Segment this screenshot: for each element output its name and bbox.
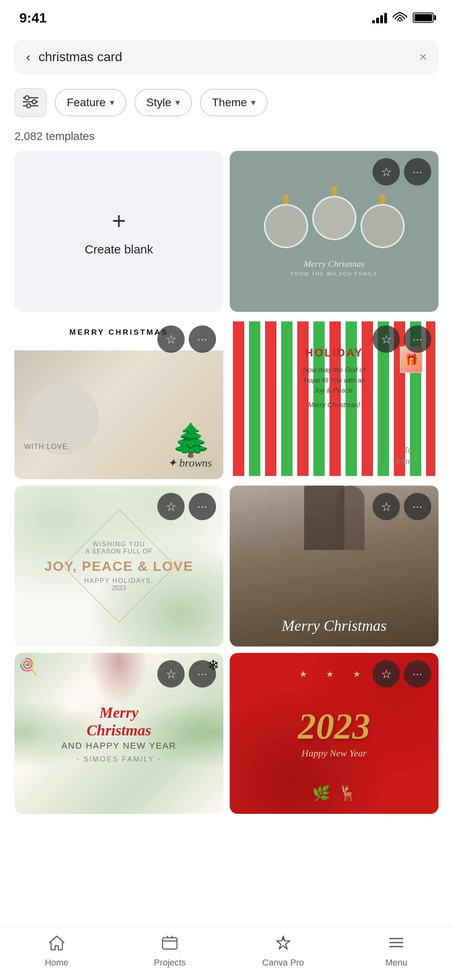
nav-label-home: Home [45, 957, 68, 968]
star-button-ornaments[interactable]: ☆ [373, 158, 400, 185]
create-blank-plus-icon: + [112, 207, 126, 235]
search-input[interactable]: christmas card [39, 49, 412, 64]
holiday-to: To: [404, 446, 414, 455]
more-button-ornaments[interactable]: ··· [404, 158, 431, 185]
status-time: 9:41 [19, 10, 47, 26]
ornament-3 [360, 204, 405, 248]
nav-item-menu[interactable]: Menu [372, 935, 420, 968]
template-card-family[interactable]: MERRY CHRISTMAS 🌲 WITH LOVE, ✦ browns ☆ … [14, 318, 223, 479]
template-overlay-couple: ☆ ··· [373, 493, 431, 520]
candy-cane-icon: 🍭 [19, 657, 39, 676]
template-card-holiday[interactable]: HOLIDAY Now may the God of Hope fill You… [230, 318, 439, 479]
more-icon-botanical: ··· [198, 668, 208, 680]
template-card-floral[interactable]: WISHING YOU A SEASON FULL OF JOY, PEACE … [14, 486, 223, 646]
2023-decorations: 🌿 🦌 [230, 785, 439, 802]
star-icon-botanical: ☆ [166, 667, 177, 681]
christmas-tree-icon: 🌲 [171, 421, 211, 459]
template-overlay-family: ☆ ··· [157, 325, 216, 353]
search-back-button[interactable]: ‹ [26, 49, 31, 64]
wifi-icon [393, 11, 407, 25]
projects-icon [161, 935, 179, 954]
svg-rect-6 [163, 938, 177, 949]
chevron-down-icon-style: ▾ [175, 97, 180, 108]
star-icon-couple: ☆ [381, 500, 392, 514]
more-button-floral[interactable]: ··· [189, 493, 216, 520]
more-icon-holiday: ··· [413, 333, 423, 346]
ornaments-text: Merry Christmas [304, 259, 364, 269]
star-button-family[interactable]: ☆ [157, 325, 185, 353]
search-bar[interactable]: ‹ christmas card × [14, 40, 439, 74]
signal-bars-icon [372, 12, 387, 23]
search-clear-button[interactable]: × [419, 49, 427, 64]
filter-chip-theme[interactable]: Theme ▾ [200, 89, 268, 116]
nav-item-projects[interactable]: Projects [146, 935, 194, 968]
family-love-text: WITH LOVE, [24, 443, 70, 451]
nav-label-projects: Projects [154, 957, 186, 968]
ornament-1 [264, 204, 308, 248]
nav-label-canva-pro: Canva Pro [262, 957, 304, 968]
botanical-christmas: Christmas [62, 721, 177, 739]
floral-year: 2023 [44, 585, 193, 592]
chevron-down-icon-theme: ▾ [251, 97, 255, 108]
botanical-merry: Merry [62, 704, 177, 721]
battery-icon [413, 12, 434, 23]
create-blank-card[interactable]: + Create blank [14, 151, 223, 312]
status-icons [372, 11, 434, 25]
status-bar: 9:41 [0, 0, 453, 32]
filter-row: Feature ▾ Style ▾ Theme ▾ [0, 82, 453, 124]
2023-year: 2023 [298, 708, 371, 745]
nav-item-canva-pro[interactable]: Canva Pro [259, 935, 307, 968]
filter-settings-button[interactable] [14, 88, 47, 117]
bottom-nav: Home Projects Canva Pro [0, 926, 453, 980]
more-button-botanical[interactable]: ··· [189, 660, 216, 688]
more-icon-floral: ··· [198, 500, 208, 513]
star-button-floral[interactable]: ☆ [157, 493, 185, 520]
more-icon-family: ··· [198, 333, 208, 346]
filter-chip-style[interactable]: Style ▾ [134, 89, 192, 116]
holiday-title: HOLIDAY [305, 346, 363, 359]
templates-grid: + Create blank [0, 151, 453, 814]
template-count: 2,082 templates [0, 124, 453, 151]
nav-item-home[interactable]: Home [33, 935, 81, 968]
star-button-couple[interactable]: ☆ [373, 493, 400, 520]
more-button-family[interactable]: ··· [189, 325, 216, 353]
more-button-couple[interactable]: ··· [404, 493, 431, 520]
home-icon [48, 935, 66, 954]
template-overlay-floral: ☆ ··· [157, 493, 216, 520]
template-card-2023[interactable]: ★ ★ ★ 2023 Happy New Year 🌿 🦌 ☆ ··· [230, 653, 439, 814]
floral-wishing: WISHING YOU [44, 541, 193, 548]
star-button-2023[interactable]: ☆ [373, 660, 400, 688]
filter-chip-feature[interactable]: Feature ▾ [55, 89, 126, 116]
template-card-ornaments[interactable]: Merry Christmas FROM THE WILSON FAMILY ☆… [230, 151, 439, 312]
star-button-botanical[interactable]: ☆ [157, 660, 185, 688]
svg-point-5 [27, 104, 31, 108]
star-button-holiday[interactable]: ☆ [373, 325, 400, 353]
more-icon-couple: ··· [413, 500, 423, 513]
floral-happy: HAPPY HOLIDAYS, [44, 577, 193, 585]
star-icon: ☆ [381, 165, 392, 179]
botanical-inner: Merry Christmas AND HAPPY NEW YEAR - SIM… [54, 696, 185, 772]
holiday-from: from: [396, 457, 414, 466]
2023-hny: Happy New Year [298, 748, 371, 759]
filter-chip-style-label: Style [146, 96, 171, 109]
star-icon-2023: ☆ [381, 667, 392, 681]
family-sig: ✦ browns [167, 456, 212, 469]
menu-icon [387, 935, 405, 954]
floral-season: A SEASON FULL OF [44, 548, 193, 555]
template-overlay-botanical: ☆ ··· [157, 660, 216, 688]
more-icon-2023: ··· [413, 668, 423, 680]
more-button-holiday[interactable]: ··· [404, 325, 431, 353]
create-blank-label: Create blank [84, 243, 153, 256]
more-button-2023[interactable]: ··· [404, 660, 431, 688]
holiday-body: Now may the God of Hope fill You with al… [303, 365, 365, 410]
floral-inner: WISHING YOU A SEASON FULL OF JOY, PEACE … [36, 533, 201, 600]
chevron-down-icon-feature: ▾ [110, 97, 114, 108]
svg-point-3 [32, 100, 36, 104]
botanical-family: - SIMOES FAMILY - [62, 755, 177, 764]
template-card-couple[interactable]: Merry Christmas ☆ ··· [230, 486, 439, 646]
star-icon-floral: ☆ [166, 500, 177, 514]
template-card-botanical[interactable]: Merry Christmas AND HAPPY NEW YEAR - SIM… [14, 653, 223, 814]
star-icon-holiday: ☆ [381, 332, 392, 346]
template-overlay-ornaments: ☆ ··· [373, 158, 431, 185]
canva-pro-icon [274, 935, 292, 954]
